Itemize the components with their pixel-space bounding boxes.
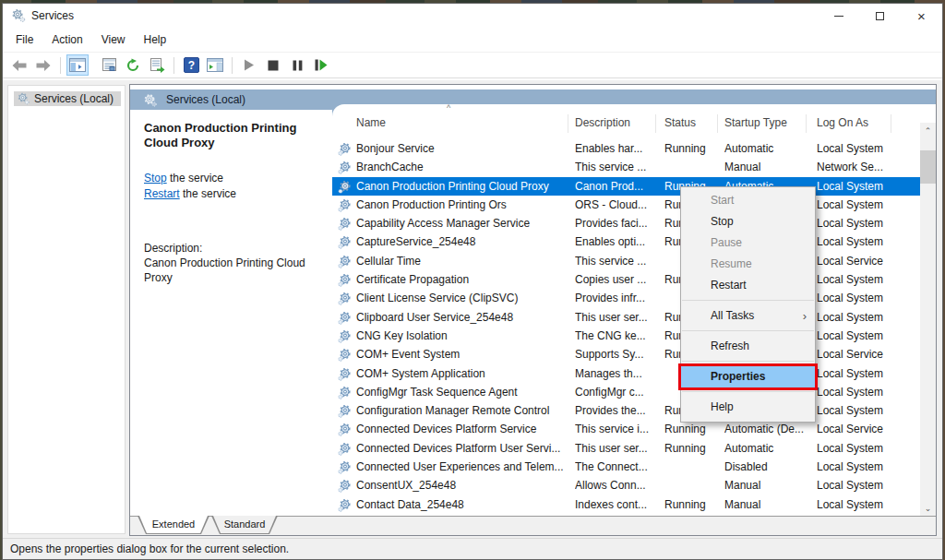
back-icon[interactable] <box>8 54 30 76</box>
restart-service-icon[interactable] <box>310 54 332 76</box>
scrollbar-thumb[interactable] <box>920 150 936 184</box>
refresh-icon[interactable] <box>122 54 144 76</box>
service-row[interactable]: Connected Devices Platform User Servi...… <box>332 439 920 458</box>
service-row[interactable]: Connected User Experiences and Telem... … <box>332 458 920 476</box>
service-row[interactable]: CNG Key Isolation The CNG ke... Running … <box>332 327 920 345</box>
context-menu-item[interactable] <box>682 330 814 331</box>
tab-standard[interactable]: Standard <box>211 516 278 534</box>
context-menu-item[interactable]: Resume <box>681 254 815 275</box>
cell-log-on-as: Local Service <box>817 252 920 270</box>
stop-service-icon[interactable] <box>262 54 284 76</box>
minimize-button[interactable] <box>818 4 859 28</box>
service-row[interactable]: Client License Service (ClipSVC) Provide… <box>332 289 920 307</box>
service-row[interactable]: CaptureService_254e48 Enables opti... Ru… <box>332 232 920 251</box>
context-menu-item[interactable]: Pause <box>681 232 815 254</box>
help-icon[interactable]: ? <box>180 54 202 76</box>
cell-description: Enables opti... <box>575 232 660 251</box>
column-header-startup[interactable]: Startup Type <box>724 116 787 129</box>
service-row[interactable]: COM+ Event System Supports Sy... Running… <box>332 345 920 363</box>
toolbar: ? <box>3 53 942 78</box>
service-row[interactable]: Connected Devices Platform Service This … <box>332 420 920 438</box>
service-gear-icon <box>338 460 352 474</box>
column-header-description[interactable]: Description <box>575 116 630 129</box>
cell-description: The Connect... <box>575 458 660 476</box>
context-menu-item[interactable]: Stop <box>681 211 815 232</box>
service-row[interactable]: ConfigMgr Task Sequence Agent ConfigMgr … <box>332 383 920 401</box>
cell-description: Supports Sy... <box>575 345 660 363</box>
context-menu-item[interactable] <box>682 391 814 392</box>
menu-item-label: Start <box>711 194 734 207</box>
context-menu-item[interactable]: Start <box>681 190 815 211</box>
cell-status: Running <box>664 495 722 514</box>
service-gear-icon <box>338 235 352 249</box>
submenu-arrow-icon: › <box>803 305 807 327</box>
menu-view[interactable]: View <box>92 28 135 52</box>
scroll-down-icon[interactable]: ⌄ <box>920 500 936 516</box>
service-row[interactable]: Bonjour Service Enables har... Running A… <box>332 139 920 158</box>
scroll-up-icon[interactable]: ⌃ <box>920 123 936 138</box>
service-row[interactable]: Clipboard User Service_254e48 This user … <box>332 308 920 327</box>
context-menu-item[interactable]: Properties <box>681 366 815 387</box>
restart-service-link[interactable]: Restart <box>144 187 180 200</box>
cell-log-on-as: Local System <box>817 401 920 420</box>
context-menu-item[interactable]: Restart <box>681 275 815 296</box>
cell-log-on-as: Local System <box>817 308 920 327</box>
service-row[interactable]: Contact Data_254e48 Indexes cont... Runn… <box>332 495 920 514</box>
menu-action[interactable]: Action <box>42 28 91 52</box>
tab-extended[interactable]: Extended <box>138 516 209 534</box>
context-menu-item[interactable]: All Tasks › <box>681 305 815 327</box>
column-header-status[interactable]: Status <box>664 116 696 129</box>
cell-name: Contact Data_254e48 <box>356 495 567 514</box>
show-console-tree-icon[interactable] <box>66 54 89 76</box>
menu-item-label: Help <box>711 400 734 413</box>
service-row[interactable]: Capability Access Manager Service Provid… <box>332 214 920 232</box>
cell-name: Clipboard User Service_254e48 <box>356 308 567 327</box>
vertical-scrollbar[interactable]: ⌃ ⌄ <box>920 123 936 516</box>
service-row[interactable]: Certificate Propagation Copies user ... … <box>332 270 920 289</box>
cell-description: Provides faci... <box>575 214 660 232</box>
forward-icon[interactable] <box>32 54 54 76</box>
service-row[interactable]: Configuration Manager Remote Control Pro… <box>332 401 920 420</box>
export-list-icon[interactable] <box>146 54 168 76</box>
properties-icon[interactable] <box>98 54 120 76</box>
service-row[interactable]: Cellular Time This service ... Local Ser… <box>332 252 920 270</box>
service-description: Description: Canon Production Printing C… <box>144 241 329 285</box>
description-text: Canon Production Printing Cloud Proxy <box>144 256 329 285</box>
service-row[interactable]: ConsentUX_254e48 Allows Conn... Manual L… <box>332 476 920 494</box>
cell-description: This service ... <box>575 158 660 176</box>
window-title: Services <box>31 9 74 22</box>
tree-item-label: Services (Local) <box>34 92 114 105</box>
column-header-logon[interactable]: Log On As <box>817 116 868 129</box>
column-divider[interactable] <box>655 114 656 133</box>
service-rows: Bonjour Service Enables har... Running A… <box>332 139 920 516</box>
stop-service-link[interactable]: Stop <box>144 172 167 185</box>
column-divider[interactable] <box>717 114 718 133</box>
service-row[interactable]: BranchCache This service ... Manual Netw… <box>332 158 920 176</box>
service-gear-icon <box>338 292 352 305</box>
service-row[interactable]: Canon Production Printing Cloud Proxy Ca… <box>332 177 920 196</box>
menu-help[interactable]: Help <box>135 28 176 52</box>
cell-name: Connected Devices Platform Service <box>356 420 567 438</box>
context-menu-item[interactable] <box>682 300 814 301</box>
show-action-pane-icon[interactable] <box>204 54 226 76</box>
service-row[interactable]: COM+ System Application Manages th... Lo… <box>332 364 920 383</box>
tree-item-services-local[interactable]: Services (Local) <box>14 91 121 106</box>
column-divider[interactable] <box>806 114 807 133</box>
service-row[interactable]: Canon Production Printing Ors ORS - Clou… <box>332 196 920 214</box>
statusbar: Opens the properties dialog box for the … <box>3 538 942 559</box>
menu-file[interactable]: File <box>6 28 42 52</box>
cell-startup-type: Manual <box>724 158 812 176</box>
start-service-icon[interactable] <box>238 54 260 76</box>
cell-description: The CNG ke... <box>575 327 660 345</box>
column-divider[interactable] <box>891 114 891 133</box>
context-menu-item[interactable] <box>682 361 814 362</box>
context-menu-item[interactable]: Refresh <box>681 336 815 357</box>
close-button[interactable]: × <box>901 4 942 28</box>
console-tree-panel: Services (Local) <box>7 85 126 534</box>
pause-service-icon[interactable] <box>286 54 308 76</box>
context-menu-item[interactable]: Help <box>681 397 815 418</box>
cell-name: COM+ Event System <box>356 345 567 363</box>
column-divider[interactable] <box>568 114 568 133</box>
column-header-name[interactable]: Name <box>356 116 386 129</box>
maximize-button[interactable] <box>859 4 901 28</box>
